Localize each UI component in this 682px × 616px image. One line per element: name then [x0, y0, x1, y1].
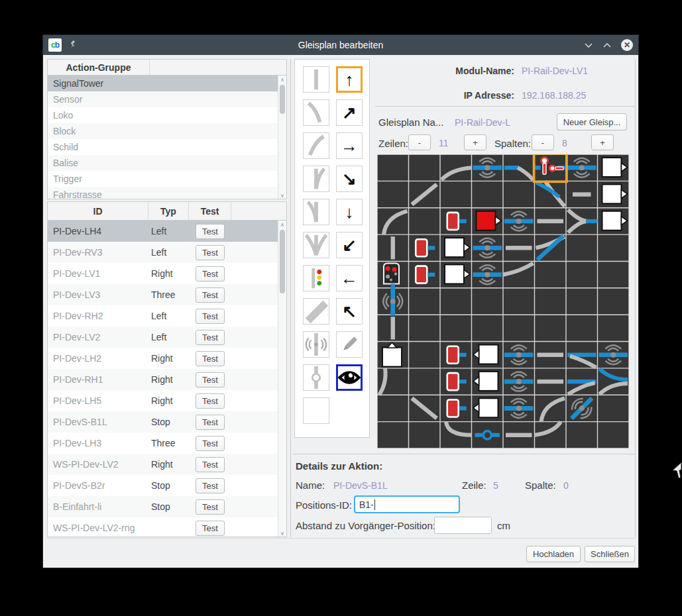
shade-down-icon[interactable] [584, 40, 593, 50]
rows-minus-button[interactable]: - [408, 134, 431, 150]
palette-arrow-up-right-button[interactable]: ↗ [336, 99, 363, 126]
device-row[interactable]: PI-Dev-RV3LeftTest [48, 242, 279, 263]
test-button[interactable]: Test [196, 309, 225, 324]
device-row[interactable]: PI-Dev-LH2RightTest [48, 348, 279, 369]
device-row[interactable]: WS-PI-Dev-LV2-rngTest [48, 517, 279, 537]
action-group-scrollbar[interactable]: ∧∨ [278, 76, 286, 199]
track-plan-grid[interactable] [377, 154, 629, 448]
test-button[interactable]: Test [196, 499, 225, 515]
action-group-row[interactable]: Loko [48, 107, 279, 123]
test-button[interactable]: Test [196, 457, 225, 472]
palette-track-straight-button[interactable] [303, 66, 329, 93]
action-group-row[interactable]: Trigger [48, 171, 279, 187]
device-row[interactable]: PI-Dev-LH3ThreeTest [48, 433, 279, 454]
palette-arrow-down-right-button[interactable]: ↘ [336, 166, 363, 192]
device-row[interactable]: PI-Dev-LV3ThreeTest [48, 284, 279, 305]
device-row[interactable]: PI-DevS-B2rStopTest [48, 475, 279, 496]
action-group-row[interactable]: Schild [48, 139, 279, 155]
palette-track-sensor-button[interactable] [303, 331, 329, 358]
test-button[interactable]: Test [196, 478, 225, 493]
palette-track-empty-button[interactable] [303, 397, 329, 424]
device-header-typ[interactable]: Typ [148, 202, 189, 220]
device-scrollbar[interactable]: ∧∨ [278, 221, 286, 537]
test-button[interactable]: Test [196, 351, 225, 366]
test-button[interactable]: Test [196, 393, 225, 409]
action-group-row[interactable]: Balise [48, 155, 279, 171]
palette-track-balise-button[interactable] [303, 364, 329, 391]
plan-name-label: Gleisplan Na... [378, 117, 443, 128]
new-plan-button[interactable]: Neuer Gleisp... [557, 113, 627, 130]
palette-track-crossing-button[interactable] [303, 298, 329, 325]
titlebar[interactable]: cb Gleisplan bearbeiten ✕ [43, 35, 638, 55]
mouse-cursor [671, 461, 682, 484]
ip-value: 192.168.188.25 [522, 90, 586, 101]
palette-track-threeway-button[interactable] [303, 232, 329, 258]
test-button[interactable]: Test [196, 436, 225, 451]
device-row[interactable]: PI-Dev-RH1RightTest [48, 369, 279, 390]
grid-cell-straight-v[interactable] [391, 236, 395, 259]
device-row[interactable]: PI-Dev-LH5RightTest [48, 390, 279, 411]
detail-row-value: 5 [493, 480, 498, 491]
device-row[interactable]: PI-Dev-LV2LeftTest [48, 327, 279, 348]
test-button[interactable]: Test [196, 287, 225, 303]
palette-track-signal-light-button[interactable] [303, 265, 329, 291]
cols-minus-button[interactable]: - [532, 134, 554, 150]
test-button[interactable]: Test [196, 415, 225, 430]
device-row[interactable]: PI-Dev-LV1RightTest [48, 263, 279, 284]
palette-track-curve-right-button[interactable] [303, 99, 329, 126]
device-id: PI-Dev-LH2 [48, 353, 148, 364]
test-button[interactable]: Test [196, 372, 225, 387]
grid-cell-straight-h[interactable] [506, 246, 532, 250]
palette-eye-button[interactable] [336, 364, 363, 391]
device-header-test[interactable]: Test [189, 202, 231, 220]
shade-up-icon[interactable] [602, 40, 612, 50]
action-group-row[interactable]: SignalTower [48, 76, 279, 91]
device-id: PI-DevS-B2r [48, 480, 148, 491]
device-row[interactable]: PI-Dev-LH4LeftTest [48, 221, 279, 242]
palette-arrow-up-button[interactable]: ↑ [336, 66, 363, 93]
device-row[interactable]: WS-PI-Dev-LV2RightTest [48, 454, 279, 475]
palette-arrow-right-button[interactable]: → [336, 132, 363, 159]
test-button[interactable]: Test [196, 521, 225, 536]
rows-plus-button[interactable]: + [464, 134, 486, 150]
device-header-id[interactable]: ID [48, 202, 148, 220]
grid-cell-signal-tower[interactable] [384, 263, 399, 287]
test-button[interactable]: Test [196, 330, 225, 345]
palette-arrow-left-button[interactable]: ← [336, 265, 363, 291]
close-button[interactable]: Schließen [585, 546, 635, 562]
grid-cell-straight-h[interactable] [506, 433, 532, 437]
action-group-header-empty[interactable] [150, 60, 286, 75]
palette-arrow-down-button[interactable]: ↓ [336, 199, 363, 225]
position-id-input[interactable]: B1- [354, 495, 460, 513]
test-button[interactable]: Test [196, 245, 225, 260]
cols-label: Spalten: [494, 138, 531, 149]
palette-track-switch-right-button[interactable] [303, 166, 329, 192]
device-row[interactable]: PI-DevS-B1LStopTest [48, 411, 279, 433]
cols-plus-button[interactable]: + [591, 134, 614, 150]
test-button[interactable]: Test [196, 224, 225, 239]
palette-track-switch-left-button[interactable] [303, 199, 329, 225]
grid-cell-straight-h[interactable] [538, 353, 564, 357]
action-group-row[interactable]: Block [48, 123, 279, 139]
device-row[interactable]: B-Einfahrt-liStopTest [48, 496, 279, 517]
grid-cell-straight-h-short[interactable] [573, 192, 591, 196]
distance-label: Abstand zu Vorgänger-Position: [296, 520, 435, 531]
test-button[interactable]: Test [196, 266, 225, 282]
upload-button[interactable]: Hochladen [526, 546, 581, 562]
device-row[interactable]: PI-Dev-RH2LeftTest [48, 305, 279, 327]
action-group-row[interactable]: Fahrstrasse [48, 187, 279, 199]
distance-input[interactable] [434, 517, 492, 534]
action-group-header[interactable]: Action-Gruppe [48, 60, 150, 75]
device-header-empty[interactable] [231, 202, 286, 220]
palette-track-curve-left-button[interactable] [303, 132, 329, 159]
grid-cell-straight-v[interactable] [391, 317, 395, 339]
device-typ: Right [148, 374, 189, 385]
palette-arrow-up-left-button[interactable]: ↖ [336, 298, 363, 325]
grid-cell-straight-h[interactable] [538, 380, 564, 384]
palette-pencil-button[interactable] [336, 331, 363, 358]
close-icon[interactable]: ✕ [621, 39, 633, 51]
palette-arrow-down-left-button[interactable]: ↙ [336, 232, 363, 258]
action-group-row[interactable]: Sensor [48, 91, 279, 107]
grid-cell-straight-h[interactable] [538, 219, 564, 223]
rows-label: Zeilen: [378, 138, 408, 149]
